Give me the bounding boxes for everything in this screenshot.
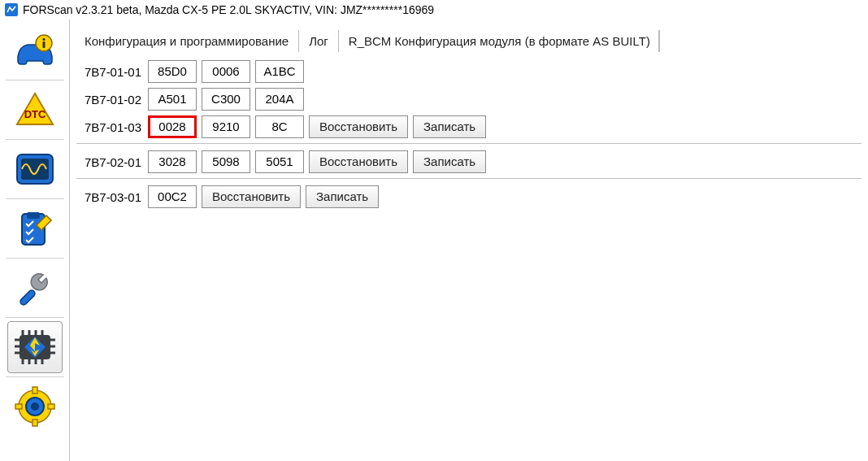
data-row: 7B7-01-02A501C300204A [76, 88, 861, 111]
sidebar-separator [6, 198, 64, 199]
data-row: 7B7-02-01302850985051ВосстановитьЗаписат… [76, 150, 861, 173]
svg-rect-6 [21, 159, 49, 180]
row-address: 7B7-01-02 [76, 93, 143, 107]
data-cell[interactable]: 85D0 [148, 60, 197, 83]
sidebar-separator [6, 317, 64, 318]
sidebar-oscilloscope[interactable] [7, 143, 63, 195]
data-cell[interactable]: 204A [255, 88, 304, 111]
svg-rect-27 [33, 387, 37, 394]
data-row: 7B7-01-0185D00006A1BC [76, 60, 861, 83]
title-bar: FORScan v2.3.21 beta, Mazda CX-5 PE 2.0L… [0, 0, 868, 20]
data-cell[interactable]: 0006 [202, 60, 250, 83]
tab-bar: Конфигурация и программирование Лог R_BC… [70, 20, 868, 52]
data-cell[interactable]: 5051 [255, 150, 304, 173]
tab-log[interactable]: Лог [299, 30, 339, 52]
data-row: 7B7-01-03002892108CВосстановитьЗаписать [76, 115, 861, 138]
sidebar-vehicle-info[interactable] [7, 24, 63, 76]
svg-rect-29 [15, 404, 22, 409]
data-cell[interactable]: A1BC [255, 60, 304, 83]
row-address: 7B7-01-01 [76, 65, 143, 79]
data-cell[interactable]: C300 [202, 88, 250, 111]
row-separator [76, 143, 861, 144]
svg-rect-3 [42, 41, 45, 48]
sidebar-tests[interactable] [7, 202, 63, 254]
write-button[interactable]: Записать [413, 115, 486, 138]
write-button[interactable]: Записать [306, 185, 379, 208]
write-button[interactable]: Записать [413, 150, 486, 173]
content-pane: Конфигурация и программирование Лог R_BC… [70, 20, 868, 461]
svg-point-32 [31, 402, 39, 411]
svg-rect-30 [48, 404, 54, 409]
data-area: 7B7-01-0185D00006A1BC7B7-01-02A501C30020… [70, 52, 868, 221]
svg-rect-8 [27, 212, 40, 219]
data-cell[interactable]: 0028 [148, 115, 197, 138]
tab-config[interactable]: Конфигурация и программирование [75, 30, 299, 52]
data-cell[interactable]: 00C2 [148, 185, 197, 208]
sidebar-separator [6, 80, 64, 80]
data-row: 7B7-03-0100C2ВосстановитьЗаписать [76, 185, 861, 208]
sidebar-separator [6, 376, 64, 377]
sidebar: DTC [0, 20, 70, 461]
sidebar-dtc[interactable]: DTC [7, 84, 63, 136]
data-cell[interactable]: A501 [148, 88, 197, 111]
svg-rect-2 [42, 38, 45, 41]
row-separator [76, 178, 861, 179]
sidebar-settings[interactable] [7, 381, 63, 433]
data-cell[interactable]: 5098 [202, 150, 250, 173]
sidebar-separator [6, 258, 64, 259]
data-cell[interactable]: 9210 [202, 115, 250, 138]
row-address: 7B7-01-03 [76, 120, 143, 134]
tab-module[interactable]: R_BCM Конфигурация модуля (в формате AS … [339, 30, 660, 52]
app-icon [5, 3, 18, 16]
main-area: DTC [0, 20, 868, 461]
restore-button[interactable]: Восстановить [309, 115, 408, 138]
window-title: FORScan v2.3.21 beta, Mazda CX-5 PE 2.0L… [23, 3, 434, 16]
svg-text:DTC: DTC [24, 108, 46, 120]
restore-button[interactable]: Восстановить [309, 150, 408, 173]
restore-button[interactable]: Восстановить [202, 185, 301, 208]
data-cell[interactable]: 8C [255, 115, 304, 138]
svg-rect-9 [19, 289, 36, 306]
row-address: 7B7-02-01 [76, 155, 143, 169]
sidebar-separator [6, 139, 64, 140]
row-address: 7B7-03-01 [76, 190, 143, 204]
svg-rect-28 [33, 420, 37, 426]
data-cell[interactable]: 3028 [148, 150, 197, 173]
sidebar-service[interactable] [7, 262, 63, 314]
sidebar-programming[interactable] [7, 321, 63, 373]
